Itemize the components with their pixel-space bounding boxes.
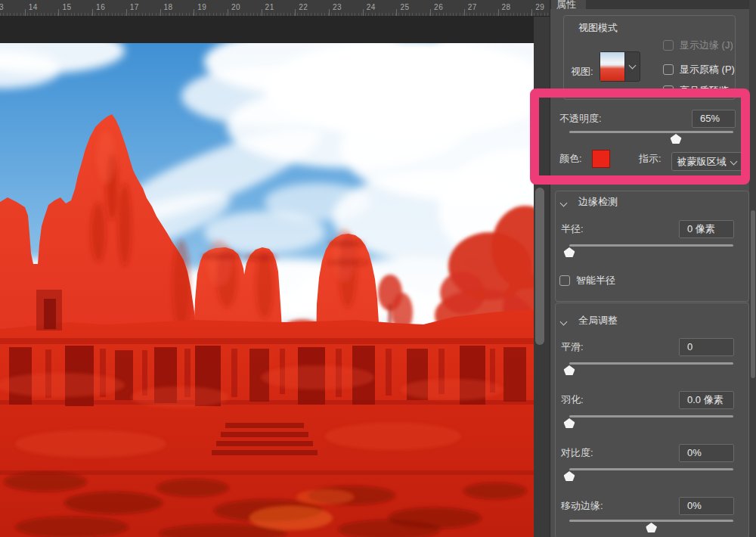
opacity-slider[interactable] bbox=[569, 131, 733, 146]
show-original-checkbox-row[interactable]: 显示原稿 (P) bbox=[663, 63, 735, 76]
properties-panel: 属性 视图模式 视图: 显示边缘 (J) 显示原稿 (P) 高品质预览 bbox=[550, 0, 756, 537]
chevron-down-icon bbox=[730, 158, 738, 166]
radius-value-field[interactable]: 0 像素 bbox=[679, 220, 734, 238]
view-mode-title: 视图模式 bbox=[578, 21, 618, 35]
contrast-value-field[interactable]: 0% bbox=[679, 444, 734, 462]
opacity-label: 不透明度: bbox=[559, 110, 602, 128]
radius-value: 0 像素 bbox=[687, 223, 715, 234]
smooth-label: 平滑: bbox=[561, 338, 584, 356]
canvas-scrollbar-thumb[interactable] bbox=[535, 188, 544, 345]
document-work-area bbox=[0, 17, 550, 537]
show-original-label: 显示原稿 (P) bbox=[680, 63, 735, 76]
high-quality-preview-label: 高品质预览 bbox=[680, 84, 729, 98]
view-label: 视图: bbox=[571, 63, 593, 81]
shift-edge-label: 移动边缘: bbox=[561, 497, 603, 515]
shift-edge-value: 0% bbox=[687, 500, 702, 511]
smart-radius-checkbox-row[interactable]: 智能半径 bbox=[559, 274, 615, 287]
radius-label: 半径: bbox=[561, 220, 584, 238]
radius-slider[interactable] bbox=[569, 244, 733, 259]
global-refinements-title: 全局调整 bbox=[578, 314, 618, 327]
global-refinements-collapse-chevron[interactable] bbox=[561, 314, 566, 327]
opacity-slider-track[interactable] bbox=[569, 131, 733, 133]
panel-scrollbar[interactable] bbox=[749, 0, 756, 537]
panel-body: 视图模式 视图: 显示边缘 (J) 显示原稿 (P) 高品质预览 不透明度: 6 bbox=[550, 9, 756, 537]
opacity-slider-thumb[interactable] bbox=[671, 134, 682, 144]
view-thumbnail-image bbox=[600, 52, 625, 81]
temple-photo-red-mask-overlay bbox=[0, 43, 534, 537]
horizontal-ruler: 1314151617181920212223242526272829 bbox=[0, 0, 550, 17]
show-edge-label: 显示边缘 (J) bbox=[680, 39, 733, 52]
contrast-slider-track[interactable] bbox=[569, 468, 733, 470]
view-thumbnail-dropdown[interactable] bbox=[600, 51, 640, 82]
tab-properties-label: 属性 bbox=[556, 0, 586, 9]
canvas-right-gutter bbox=[534, 17, 550, 537]
ruler-ticks: 1314151617181920212223242526272829 bbox=[0, 0, 550, 16]
opacity-value: 65% bbox=[700, 113, 720, 124]
panel-tab-bar: 属性 bbox=[550, 0, 756, 9]
smooth-slider[interactable] bbox=[569, 362, 733, 377]
feather-value: 0.0 像素 bbox=[687, 394, 723, 405]
document-canvas[interactable] bbox=[0, 43, 534, 537]
edge-detection-collapse-chevron[interactable] bbox=[561, 195, 566, 209]
edge-detection-title: 边缘检测 bbox=[578, 195, 618, 209]
chevron-down-icon bbox=[625, 52, 640, 81]
color-label: 颜色: bbox=[559, 150, 582, 168]
high-quality-preview-checkbox-row[interactable]: 高品质预览 bbox=[663, 84, 729, 98]
show-original-checkbox[interactable] bbox=[663, 64, 674, 75]
smooth-value-field[interactable]: 0 bbox=[679, 338, 734, 356]
photoshop-select-and-mask-workspace: 1314151617181920212223242526272829 bbox=[0, 0, 756, 537]
shift-edge-slider-track[interactable] bbox=[569, 520, 733, 522]
canvas-vertical-scrollbar[interactable] bbox=[534, 17, 546, 537]
smooth-slider-track[interactable] bbox=[569, 362, 733, 365]
high-quality-preview-checkbox[interactable] bbox=[663, 85, 674, 96]
feather-value-field[interactable]: 0.0 像素 bbox=[679, 391, 734, 409]
smart-radius-label: 智能半径 bbox=[576, 274, 615, 287]
feather-label: 羽化: bbox=[561, 391, 584, 409]
contrast-label: 对比度: bbox=[561, 444, 593, 462]
opacity-value-field[interactable]: 65% bbox=[692, 110, 736, 128]
indicates-dropdown-value: 被蒙版区域 bbox=[677, 156, 727, 167]
show-edge-checkbox-row[interactable]: 显示边缘 (J) bbox=[663, 39, 733, 52]
tab-properties[interactable]: 属性 bbox=[551, 0, 586, 9]
panel-scrollbar-thumb[interactable] bbox=[751, 210, 755, 378]
feather-slider[interactable] bbox=[569, 415, 733, 430]
shift-edge-slider-thumb[interactable] bbox=[646, 523, 657, 532]
shift-edge-value-field[interactable]: 0% bbox=[679, 497, 734, 515]
feather-slider-track[interactable] bbox=[569, 415, 733, 417]
indicates-label: 指示: bbox=[639, 150, 662, 168]
smart-radius-checkbox[interactable] bbox=[559, 275, 570, 286]
show-edge-checkbox[interactable] bbox=[663, 40, 674, 51]
radius-slider-track[interactable] bbox=[569, 244, 733, 247]
indicates-dropdown[interactable]: 被蒙版区域 bbox=[671, 152, 742, 171]
contrast-slider[interactable] bbox=[569, 468, 733, 483]
overlay-color-swatch[interactable] bbox=[592, 150, 610, 168]
contrast-value: 0% bbox=[687, 447, 702, 458]
smooth-value: 0 bbox=[687, 341, 692, 352]
shift-edge-slider[interactable] bbox=[569, 520, 733, 535]
